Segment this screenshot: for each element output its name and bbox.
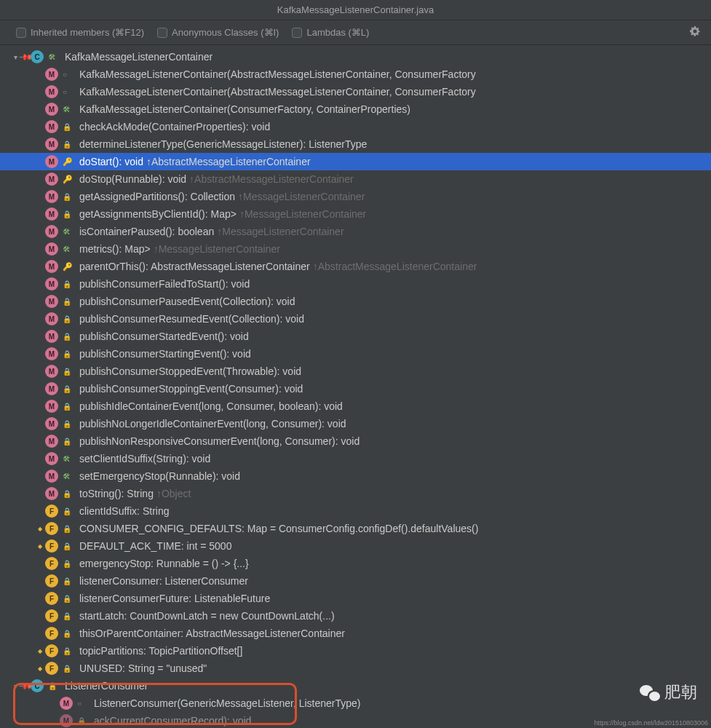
tree-node-member[interactable]: M🔑 doStart(): void ↑AbstractMessageListe…	[0, 153, 711, 170]
structure-tree[interactable]: ▾ 📌C🛠 KafkaMessageListenerContainer M○ K…	[0, 45, 711, 728]
checkbox-icon	[157, 28, 167, 38]
tree-node-member[interactable]: M🔒 determineListenerType(GenericMessageL…	[0, 135, 711, 153]
tools-icon: 🛠	[63, 106, 70, 114]
source-url: https://blog.csdn.net/ldw201510803006	[594, 719, 708, 727]
lock-icon: 🔒	[63, 420, 68, 428]
method-icon: M	[45, 470, 58, 483]
static-icon: ◆	[38, 648, 42, 654]
tree-node-member[interactable]: M🔒 publishNoLongerIdleContainerEvent(lon…	[0, 415, 711, 432]
node-label: KafkaMessageListenerContainer(AbstractMe…	[79, 86, 476, 98]
tree-node-member[interactable]: M🔑 doStop(Runnable): void ↑AbstractMessa…	[0, 170, 711, 188]
tree-node-member[interactable]: M🔑 parentOrThis(): AbstractMessageListen…	[0, 258, 711, 275]
node-label: publishConsumerResumedEvent(Collection):…	[79, 313, 304, 325]
tools-icon: 🛠	[48, 53, 55, 61]
node-label: setClientIdSuffix(String): void	[79, 453, 210, 464]
override-label: ↑MessageListenerContainer	[217, 226, 343, 237]
method-icon: M	[45, 487, 58, 500]
tree-node-member[interactable]: ◆F🔒 CONSUMER_CONFIG_DEFAULTS: Map = Cons…	[0, 520, 711, 537]
checkbox-label: Inherited members (⌘F12)	[31, 27, 144, 38]
lambdas-checkbox[interactable]: Lambdas (⌘L)	[292, 27, 369, 38]
tree-node-member[interactable]: F🔒 thisOrParentContainer: AbstractMessag…	[0, 625, 711, 642]
node-label: getAssignmentsByClientId(): Map>	[79, 208, 237, 220]
node-label: ackCurrentConsumerRecord): void	[94, 715, 251, 727]
tree-node-class[interactable]: ▾ 📌C🔒 ListenerConsumer	[0, 677, 711, 695]
method-icon: M	[45, 173, 58, 186]
method-icon: M	[60, 697, 73, 710]
tree-node-member[interactable]: M🛠 setEmergencyStop(Runnable): void	[0, 467, 711, 485]
field-icon: F	[45, 522, 58, 535]
tree-node-member[interactable]: M🔒 getAssignedPartitions(): Collection ↑…	[0, 188, 711, 205]
method-icon: M	[45, 417, 58, 430]
method-icon: M	[45, 365, 58, 378]
tree-node-member[interactable]: M🔒 publishConsumerStartedEvent(): void	[0, 328, 711, 345]
tree-node-member[interactable]: M🔒 getAssignmentsByClientId(): Map> ↑Mes…	[0, 205, 711, 223]
method-icon: M	[45, 295, 58, 308]
tools-icon: 🛠	[63, 228, 70, 236]
tree-node-member[interactable]: M🔒 publishConsumerStoppedEvent(Throwable…	[0, 363, 711, 380]
override-label: ↑MessageListenerContainer	[238, 191, 365, 202]
tree-node-member[interactable]: M○ ListenerConsumer(GenericMessageListen…	[0, 695, 711, 712]
node-label: parentOrThis(): AbstractMessageListenerC…	[79, 261, 310, 272]
lock-icon: 🔒	[63, 298, 68, 306]
node-label: UNUSED: String = "unused"	[79, 662, 207, 674]
node-label: determineListenerType(GenericMessageList…	[79, 138, 367, 150]
tree-node-class[interactable]: ▾ 📌C🛠 KafkaMessageListenerContainer	[0, 48, 711, 66]
tree-node-member[interactable]: M🛠 setClientIdSuffix(String): void	[0, 450, 711, 467]
tree-node-member[interactable]: ◆F🔒 UNUSED: String = "unused"	[0, 660, 711, 677]
override-label: ↑MessageListenerContainer	[239, 208, 366, 220]
field-icon: F	[45, 609, 58, 622]
node-label: metrics(): Map>	[79, 243, 151, 255]
tree-node-member[interactable]: F🔒 clientIdSuffix: String	[0, 502, 711, 520]
tree-node-member[interactable]: M🔒 publishConsumerFailedToStart(): void	[0, 275, 711, 293]
tree-node-member[interactable]: M🔒 publishConsumerResumedEvent(Collectio…	[0, 310, 711, 328]
checkbox-icon	[292, 28, 302, 38]
node-label: publishConsumerFailedToStart(): void	[79, 278, 250, 290]
method-icon: M	[45, 68, 58, 81]
tree-node-member[interactable]: F🔒 listenerConsumer: ListenerConsumer	[0, 572, 711, 590]
tree-node-member[interactable]: M○ KafkaMessageListenerContainer(Abstrac…	[0, 83, 711, 100]
lock-icon: 🔒	[63, 315, 68, 323]
tree-node-member[interactable]: F🔒 emergencyStop: Runnable = () -> {...}	[0, 555, 711, 572]
method-icon: M	[60, 714, 73, 727]
node-label: publishConsumerStoppedEvent(Throwable): …	[79, 365, 301, 377]
node-label: listenerConsumer: ListenerConsumer	[79, 575, 248, 587]
method-icon: M	[45, 400, 58, 413]
anonymous-checkbox[interactable]: Anonymous Classes (⌘I)	[157, 27, 279, 38]
tree-node-member[interactable]: M🔒 publishIdleContainerEvent(long, Consu…	[0, 397, 711, 415]
field-icon: F	[45, 557, 58, 570]
tree-node-member[interactable]: M🛠 isContainerPaused(): boolean ↑Message…	[0, 223, 711, 240]
field-icon: F	[45, 592, 58, 605]
tree-node-member[interactable]: M🛠 KafkaMessageListenerContainer(Consume…	[0, 100, 711, 118]
tree-node-member[interactable]: M🔒 checkAckMode(ContainerProperties): vo…	[0, 118, 711, 135]
tree-node-member[interactable]: M🔒 publishConsumerPausedEvent(Collection…	[0, 293, 711, 310]
tree-node-member[interactable]: M○ KafkaMessageListenerContainer(Abstrac…	[0, 66, 711, 83]
watermark-text: 肥朝	[664, 681, 698, 703]
tree-node-member[interactable]: M🛠 metrics(): Map> ↑MessageListenerConta…	[0, 240, 711, 258]
method-icon: M	[45, 155, 58, 168]
tree-node-member[interactable]: M🔒 toString(): String ↑Object	[0, 485, 711, 502]
title-bar: KafkaMessageListenerContainer.java	[0, 0, 711, 20]
inherited-checkbox[interactable]: Inherited members (⌘F12)	[16, 27, 144, 38]
method-icon: M	[45, 242, 58, 256]
tree-node-member[interactable]: M🔒 publishNonResponsiveConsumerEvent(lon…	[0, 432, 711, 450]
gear-icon[interactable]	[689, 25, 701, 39]
field-icon: F	[45, 574, 58, 587]
lock-icon: 🔒	[63, 350, 68, 358]
tree-node-member[interactable]: M🔒 publishConsumerStoppingEvent(Consumer…	[0, 380, 711, 397]
tree-node-member[interactable]: ◆F🔒 topicPartitions: TopicPartitionOffse…	[0, 642, 711, 660]
override-label: ↑AbstractMessageListenerContainer	[189, 173, 354, 185]
checkbox-icon	[16, 28, 26, 38]
override-label: ↑AbstractMessageListenerContainer	[313, 261, 477, 272]
node-label: topicPartitions: TopicPartitionOffset[]	[79, 645, 242, 657]
node-label: publishConsumerStoppingEvent(Consumer): …	[79, 383, 303, 395]
method-icon: M	[45, 85, 58, 98]
node-label: KafkaMessageListenerContainer(AbstractMe…	[79, 68, 476, 80]
tree-node-member[interactable]: M🔒 publishConsumerStartingEvent(): void	[0, 345, 711, 363]
tree-node-member[interactable]: F🔒 startLatch: CountDownLatch = new Coun…	[0, 607, 711, 625]
checkbox-label: Anonymous Classes (⌘I)	[172, 27, 279, 38]
node-label: KafkaMessageListenerContainer	[65, 51, 212, 63]
method-icon: M	[45, 312, 58, 325]
tree-node-member[interactable]: F🔒 listenerConsumerFuture: ListenableFut…	[0, 590, 711, 607]
tree-node-member[interactable]: ◆F🔒 DEFAULT_ACK_TIME: int = 5000	[0, 537, 711, 555]
node-label: clientIdSuffix: String	[79, 505, 169, 517]
